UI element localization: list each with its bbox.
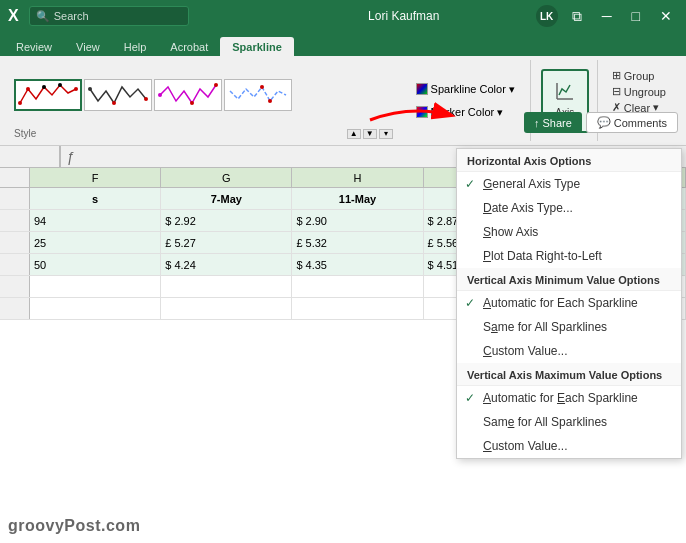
search-placeholder: Search xyxy=(54,10,89,22)
tab-sparkline[interactable]: Sparkline xyxy=(220,37,294,56)
custom-value-max-item[interactable]: Custom Value... xyxy=(457,434,681,458)
watermark: groovyPost.com xyxy=(8,517,140,535)
user-name: Lori Kaufman xyxy=(368,9,439,23)
auto-each-min-label: Automatic for Each Sparkline xyxy=(483,296,638,310)
cell-g2[interactable]: $ 2.92 xyxy=(161,210,292,231)
cell-g3[interactable]: £ 5.27 xyxy=(161,232,292,253)
custom-value-min-label: Custom Value... xyxy=(483,344,568,358)
minimize-button[interactable]: ─ xyxy=(596,6,618,26)
svg-point-7 xyxy=(144,97,148,101)
cell-g1[interactable]: 7-May xyxy=(161,188,292,209)
maximize-button[interactable]: □ xyxy=(626,6,646,26)
cell-f1[interactable]: s xyxy=(30,188,161,209)
cell-g4[interactable]: $ 4.24 xyxy=(161,254,292,275)
comments-button[interactable]: 💬 Comments xyxy=(586,112,678,133)
row-num xyxy=(0,276,30,297)
auto-each-sparkline-max-item[interactable]: ✓ Automatic for Each Sparkline xyxy=(457,386,681,410)
general-axis-label: General Axis Type xyxy=(483,177,580,191)
search-icon: 🔍 xyxy=(36,10,50,23)
style-scroll-down[interactable]: ▼ xyxy=(363,129,377,139)
row-num-header xyxy=(0,168,30,187)
general-axis-type-item[interactable]: ✓ General Axis Type xyxy=(457,172,681,196)
style-scroll-up[interactable]: ▲ xyxy=(347,129,361,139)
tab-help[interactable]: Help xyxy=(112,37,159,56)
same-all-min-label: Same for All Sparklines xyxy=(483,320,607,334)
ungroup-button[interactable]: ⊟ Ungroup xyxy=(608,84,670,99)
style-item-3[interactable] xyxy=(154,79,222,111)
plot-rtl-label: Plot Data Right-to-Left xyxy=(483,249,602,263)
style-item-2[interactable] xyxy=(84,79,152,111)
row-num xyxy=(0,298,30,319)
restore-button[interactable]: ⧉ xyxy=(566,6,588,27)
checkmark-icon: ✓ xyxy=(465,391,475,405)
ribbon-tabs: Review View Help Acrobat Sparkline xyxy=(0,32,686,56)
comments-label: Comments xyxy=(614,117,667,129)
same-all-sparklines-min-item[interactable]: Same for All Sparklines xyxy=(457,315,681,339)
share-bar: ↑ Share 💬 Comments xyxy=(524,112,678,133)
style-item-1[interactable] xyxy=(14,79,82,111)
auto-each-sparkline-min-item[interactable]: ✓ Automatic for Each Sparkline xyxy=(457,291,681,315)
group-label: Group xyxy=(624,70,655,82)
row-num xyxy=(0,254,30,275)
cell-empty[interactable] xyxy=(161,276,292,297)
cell-f4[interactable]: 50 xyxy=(30,254,161,275)
red-arrow xyxy=(360,100,460,130)
plot-right-to-left-item[interactable]: Plot Data Right-to-Left xyxy=(457,244,681,268)
sparkline-color-button[interactable]: Sparkline Color ▾ xyxy=(409,80,522,99)
title-bar: X 🔍 Search Lori Kaufman LK ⧉ ─ □ ✕ xyxy=(0,0,686,32)
user-avatar: LK xyxy=(536,5,558,27)
date-axis-label: Date Axis Type... xyxy=(483,201,573,215)
svg-point-12 xyxy=(268,99,272,103)
tab-review[interactable]: Review xyxy=(4,37,64,56)
same-all-sparklines-max-item[interactable]: Same for All Sparklines xyxy=(457,410,681,434)
share-button[interactable]: ↑ Share xyxy=(524,112,582,133)
style-grid xyxy=(14,62,393,128)
auto-each-max-label: Automatic for Each Sparkline xyxy=(483,391,638,405)
close-button[interactable]: ✕ xyxy=(654,6,678,26)
ungroup-label: Ungroup xyxy=(624,86,666,98)
sparkline-color-dropdown-icon: ▾ xyxy=(509,83,515,96)
col-header-h[interactable]: H xyxy=(292,168,423,187)
cell-h2[interactable]: $ 2.90 xyxy=(292,210,423,231)
svg-point-10 xyxy=(214,83,218,87)
svg-point-0 xyxy=(18,101,22,105)
svg-point-4 xyxy=(74,87,78,91)
col-header-f[interactable]: F xyxy=(30,168,161,187)
cell-h1[interactable]: 11-May xyxy=(292,188,423,209)
cell-h3[interactable]: £ 5.32 xyxy=(292,232,423,253)
svg-point-3 xyxy=(58,83,62,87)
col-header-g[interactable]: G xyxy=(161,168,292,187)
show-axis-item[interactable]: Show Axis xyxy=(457,220,681,244)
style-item-4[interactable] xyxy=(224,79,292,111)
svg-point-8 xyxy=(158,93,162,97)
svg-point-11 xyxy=(260,85,264,89)
title-bar-center: Lori Kaufman xyxy=(272,9,536,23)
group-button[interactable]: ⊞ Group xyxy=(608,68,670,83)
function-icon[interactable]: ƒ xyxy=(61,149,81,165)
sparkline-color-label: Sparkline Color xyxy=(431,83,506,95)
custom-value-min-item[interactable]: Custom Value... xyxy=(457,339,681,363)
date-axis-type-item[interactable]: Date Axis Type... xyxy=(457,196,681,220)
svg-point-1 xyxy=(26,87,30,91)
ribbon: Style ▲ ▼ ▾ Sparkline Color ▾ Marker Col… xyxy=(0,56,686,146)
cell-f2[interactable]: 94 xyxy=(30,210,161,231)
cell-empty[interactable] xyxy=(292,276,423,297)
search-box[interactable]: 🔍 Search xyxy=(29,6,189,26)
name-box[interactable] xyxy=(0,146,60,167)
style-scroll-more[interactable]: ▾ xyxy=(379,129,393,139)
ungroup-icon: ⊟ xyxy=(612,85,621,98)
cell-h4[interactable]: $ 4.35 xyxy=(292,254,423,275)
style-label: Style xyxy=(14,128,345,139)
tab-view[interactable]: View xyxy=(64,37,112,56)
show-axis-label: Show Axis xyxy=(483,225,538,239)
cell-empty[interactable] xyxy=(30,276,161,297)
h-axis-header: Horizontal Axis Options xyxy=(457,149,681,172)
svg-point-2 xyxy=(42,85,46,89)
marker-color-dropdown-icon: ▾ xyxy=(497,106,503,119)
svg-point-6 xyxy=(112,101,116,105)
svg-point-9 xyxy=(190,101,194,105)
tab-acrobat[interactable]: Acrobat xyxy=(158,37,220,56)
same-all-max-label: Same for All Sparklines xyxy=(483,415,607,429)
title-bar-right: LK ⧉ ─ □ ✕ xyxy=(536,5,678,27)
cell-f3[interactable]: 25 xyxy=(30,232,161,253)
